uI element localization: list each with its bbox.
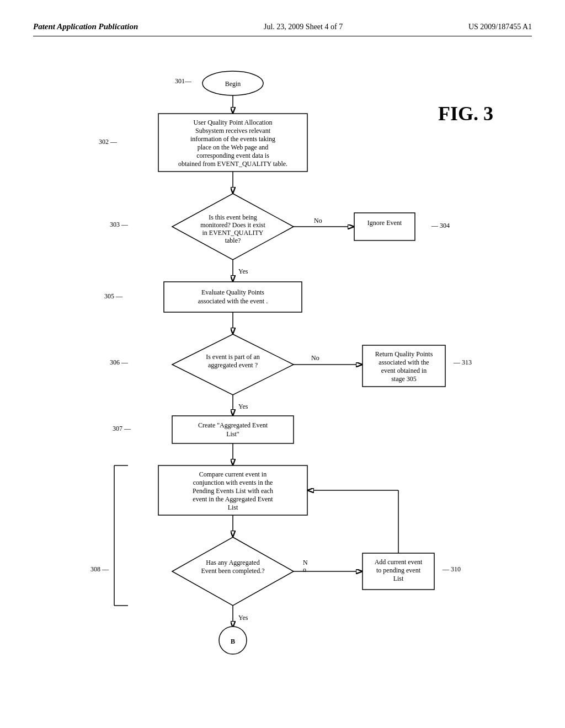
step-302-text-6: obtained from EVENT_QUALITY table. [178, 160, 287, 168]
step-302-text-2: Subsystem receives relevant [195, 127, 271, 135]
step-308-text-1: Compare current event in [199, 470, 266, 478]
step-310-text-1: Add current event [375, 558, 423, 566]
step-310-text-3: List [393, 575, 404, 582]
header-right: US 2009/187455 A1 [468, 23, 532, 31]
step-306-text-1: Is event is part of an [206, 353, 260, 361]
label-303: 303 — [110, 221, 129, 228]
step-302-text-4: place on the Web page and [198, 143, 268, 151]
label-302: 302 — [99, 138, 118, 146]
step-303-text-3: in EVENT_QUALITY [202, 229, 264, 237]
label-304: — 304 [431, 222, 450, 229]
step-308-text-2: conjunction with events in the [193, 479, 273, 486]
step-302-text-5: corresponding event data is [196, 152, 269, 159]
no-label-303: No [314, 217, 322, 224]
step-304-text-1: Ignore Event [367, 219, 402, 227]
step-308-text-5: List [228, 504, 238, 511]
label-307: 307 — [113, 425, 131, 432]
flowchart-svg: Begin 301— User Quality Point Allocation… [56, 53, 509, 687]
step-313-text-3: event obtained in [381, 367, 427, 374]
step-309-text-2: Event been completed.? [201, 567, 265, 575]
yes-label-303: Yes [238, 267, 248, 275]
step-313-text-1: Return Quality Points [375, 350, 433, 358]
step-303-text-4: table? [225, 237, 241, 244]
step-309-text-1: Has any Aggregated [206, 559, 259, 566]
step-308-text-4: event in the Aggregated Event [193, 495, 273, 503]
label-305: 305 — [104, 292, 123, 300]
step-305-text-1: Evaluate Quality Points [201, 288, 264, 296]
step-302-text-3: information of the events taking [190, 135, 275, 143]
terminal-b-label: B [231, 638, 235, 645]
step-307-text-2: List" [226, 430, 239, 438]
step-303-text-2: monitored? Does it exist [200, 221, 265, 229]
no-label-306: No [311, 354, 319, 362]
header-center: Jul. 23, 2009 Sheet 4 of 7 [264, 23, 343, 31]
no-label-309-n: N [303, 559, 308, 566]
yes-label-309: Yes [238, 614, 248, 622]
no-label-309-o: o [303, 566, 306, 574]
step-302-text-1: User Quality Point Allocation [194, 119, 273, 126]
step-303-text-1: Is this event being [209, 213, 257, 221]
step-313-text-2: associated with the [379, 358, 429, 366]
begin-label: Begin [225, 80, 241, 88]
step-307-text-1: Create "Aggregated Event [198, 421, 268, 429]
step-307-box [172, 416, 294, 443]
step-304-box [354, 213, 415, 240]
step-306-text-2: aggregated event ? [208, 361, 258, 369]
step-308-text-3: Pending Events List with each [193, 487, 273, 495]
step-313-text-4: stage 305 [391, 375, 417, 383]
page: Patent Application Publication Jul. 23, … [0, 0, 565, 728]
label-310: — 310 [442, 565, 461, 573]
label-308: 308 — [90, 565, 109, 573]
diagram-area: Begin 301— User Quality Point Allocation… [33, 53, 532, 687]
step-305-text-2: associated with the event . [198, 297, 268, 305]
step-310-text-2: to pending event [376, 566, 421, 574]
label-313: — 313 [453, 358, 472, 366]
yes-label-306: Yes [238, 403, 248, 410]
header-left: Patent Application Publication [33, 22, 138, 31]
label-301: 301— [175, 77, 192, 85]
label-306: 306 — [110, 358, 129, 366]
page-header: Patent Application Publication Jul. 23, … [33, 22, 532, 36]
